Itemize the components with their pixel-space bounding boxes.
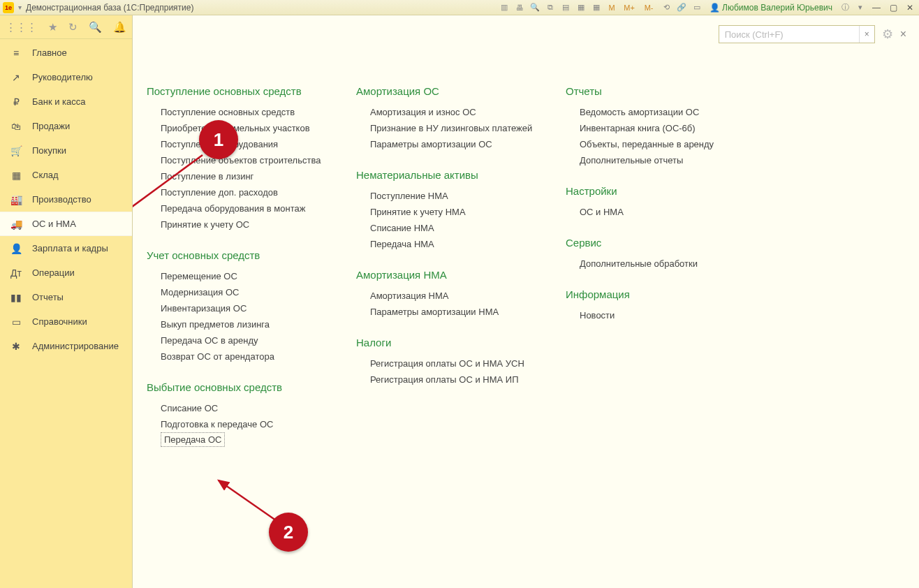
sidebar-item-0[interactable]: ≡ Главное	[0, 41, 132, 65]
function-link[interactable]: Амортизация НМА	[356, 288, 538, 304]
function-link[interactable]: Инвентаризация ОС	[147, 300, 328, 316]
function-link[interactable]: Поступление объектов строительства	[147, 152, 328, 168]
user-label[interactable]: 👤 Любимов Валерий Юрьевич	[707, 3, 835, 13]
section-title[interactable]: Налоги	[356, 337, 538, 348]
search-icon[interactable]: 🔍	[89, 21, 102, 34]
sidebar-item-2[interactable]: ₽ Банк и касса	[0, 89, 132, 114]
function-link[interactable]: Ведомость амортизации ОС	[566, 104, 747, 120]
sidebar-item-7[interactable]: 🚚 ОС и НМА	[0, 212, 132, 236]
toolbar-info-icon[interactable]: ⓘ	[839, 2, 851, 13]
function-link[interactable]: Поступление в лизинг	[147, 168, 328, 184]
sidebar-item-11[interactable]: ▭ Справочники	[0, 309, 132, 334]
function-link[interactable]: Принятие к учету НМА	[356, 204, 538, 220]
function-link[interactable]: Дополнительные отчеты	[566, 152, 747, 168]
sidebar-item-icon: 🏭	[10, 194, 22, 205]
sidebar-item-12[interactable]: ✱ Администрирование	[0, 334, 132, 358]
section-title[interactable]: Настройки	[566, 185, 747, 197]
sidebar-item-10[interactable]: ▮▮ Отчеты	[0, 285, 132, 309]
sidebar-item-label: Продажи	[32, 121, 70, 131]
function-link[interactable]: Возврат ОС от арендатора	[147, 348, 328, 365]
function-link[interactable]: Поступление основных средств	[147, 104, 328, 120]
window-maximize-button[interactable]: ▢	[887, 3, 899, 13]
search-box[interactable]: ×	[719, 25, 875, 43]
search-clear-button[interactable]: ×	[859, 26, 874, 43]
function-link[interactable]: Амортизация и износ ОС	[356, 104, 538, 120]
toolbar-back-icon[interactable]: ⟲	[661, 2, 672, 13]
app-dropdown-icon[interactable]: ▾	[18, 3, 22, 11]
sidebar-item-6[interactable]: 🏭 Производство	[0, 187, 132, 212]
column-2: ОтчетыВедомость амортизации ОСИнвентарна…	[566, 85, 747, 588]
function-link[interactable]: Параметры амортизации НМА	[356, 304, 538, 320]
function-link[interactable]: Новости	[566, 307, 747, 323]
function-link[interactable]: Приобретение земельных участков	[147, 120, 328, 136]
sidebar-item-8[interactable]: 👤 Зарплата и кадры	[0, 236, 132, 260]
section-title[interactable]: Выбытие основных средств	[147, 381, 328, 393]
history-icon[interactable]: ↻	[68, 21, 78, 34]
toolbar-m[interactable]: M	[606, 2, 617, 13]
toolbar-link-icon[interactable]: 🔗	[676, 2, 687, 13]
sidebar-item-icon: ▭	[10, 316, 22, 328]
sidebar-item-icon: ✱	[10, 341, 22, 352]
function-link[interactable]: ОС и НМА	[566, 204, 747, 220]
function-link[interactable]: Выкуп предметов лизинга	[147, 316, 328, 332]
function-link[interactable]: Списание НМА	[356, 220, 538, 236]
function-link[interactable]: Подготовка к передаче ОС	[147, 416, 328, 432]
bell-icon[interactable]: 🔔	[113, 21, 126, 34]
search-input[interactable]	[719, 26, 859, 43]
section-title[interactable]: Учет основных средств	[147, 249, 328, 261]
sidebar-item-4[interactable]: 🛒 Покупки	[0, 138, 132, 163]
function-link[interactable]: Передача оборудования в монтаж	[147, 200, 328, 216]
toolbar-print-icon[interactable]: 🖶	[514, 2, 525, 13]
toolbar-save-icon[interactable]: ▥	[499, 2, 510, 13]
toolbar-compare-icon[interactable]: ⧉	[545, 2, 556, 13]
star-icon[interactable]: ★	[48, 21, 57, 34]
function-link[interactable]: Признание в НУ лизинговых платежей	[356, 120, 538, 136]
function-link[interactable]: Передача ОС в аренду	[147, 332, 328, 348]
sidebar-item-label: Банк и касса	[32, 96, 86, 107]
function-link[interactable]: Поступление доп. расходов	[147, 184, 328, 200]
function-link[interactable]: Регистрация оплаты ОС и НМА УСН	[356, 355, 538, 372]
section-title[interactable]: Амортизация НМА	[356, 269, 538, 281]
sidebar-item-icon: ↗	[10, 72, 22, 83]
section: ОтчетыВедомость амортизации ОСИнвентарна…	[566, 85, 747, 168]
toolbar-mminus[interactable]: M-	[641, 2, 656, 13]
toolbar-calendar-icon[interactable]: ▦	[591, 2, 602, 13]
function-link[interactable]: Параметры амортизации ОС	[356, 136, 538, 152]
section-title[interactable]: Нематериальные активы	[356, 169, 538, 181]
sidebar-item-icon: 👤	[10, 243, 22, 254]
section-title[interactable]: Информация	[566, 288, 747, 300]
function-link[interactable]: Передача НМА	[356, 236, 538, 252]
toolbar-preview-icon[interactable]: 🔍	[529, 2, 541, 13]
function-link[interactable]: Перемещение ОС	[147, 268, 328, 284]
section-title[interactable]: Амортизация ОС	[356, 85, 538, 97]
toolbar-copy-icon[interactable]: ▤	[560, 2, 571, 13]
section-title[interactable]: Отчеты	[566, 85, 747, 97]
sidebar-item-9[interactable]: Дт Операции	[0, 260, 132, 285]
toolbar-dropdown-icon[interactable]: ▾	[855, 2, 866, 13]
function-link[interactable]: Списание ОС	[147, 400, 328, 416]
sidebar-item-3[interactable]: 🛍 Продажи	[0, 114, 132, 138]
section-title[interactable]: Поступление основных средств	[147, 85, 328, 97]
toolbar-calc-icon[interactable]: ▦	[575, 2, 587, 13]
section-title[interactable]: Сервис	[566, 237, 747, 249]
window-minimize-button[interactable]: —	[870, 3, 883, 13]
function-link[interactable]: Дополнительные обработки	[566, 256, 747, 272]
function-link[interactable]: Модернизация ОС	[147, 284, 328, 300]
sidebar-item-5[interactable]: ▦ Склад	[0, 163, 132, 187]
annotation-badge-2: 2	[269, 513, 308, 552]
function-link[interactable]: Передача ОС	[161, 432, 225, 447]
titlebar: 1e ▾ Демонстрационная база (1С:Предприят…	[0, 0, 919, 15]
sidebar-item-1[interactable]: ↗ Руководителю	[0, 65, 132, 89]
window-close-button[interactable]: ✕	[904, 3, 916, 13]
toolbar-mplus[interactable]: M+	[622, 2, 637, 13]
function-link[interactable]: Инвентарная книга (ОС-6б)	[566, 120, 747, 136]
section: Выбытие основных средствСписание ОСПодго…	[147, 381, 328, 447]
function-link[interactable]: Регистрация оплаты ОС и НМА ИП	[356, 372, 538, 388]
gear-icon[interactable]: ⚙	[882, 27, 893, 42]
function-link[interactable]: Поступление НМА	[356, 188, 538, 204]
apps-icon[interactable]: ⋮⋮⋮	[6, 21, 37, 34]
function-link[interactable]: Принятие к учету ОС	[147, 216, 328, 233]
panel-close-button[interactable]: ×	[900, 28, 906, 41]
toolbar-books-icon[interactable]: ▭	[691, 2, 703, 13]
function-link[interactable]: Объекты, переданные в аренду	[566, 136, 747, 152]
